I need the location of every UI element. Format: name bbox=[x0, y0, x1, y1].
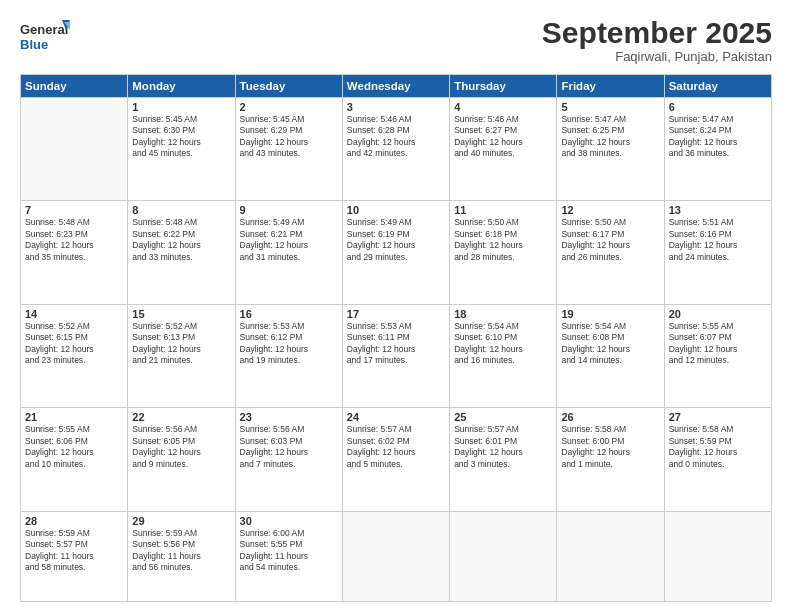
day-number: 15 bbox=[132, 308, 230, 320]
day-number: 11 bbox=[454, 204, 552, 216]
calendar-cell: 1Sunrise: 5:45 AMSunset: 6:30 PMDaylight… bbox=[128, 98, 235, 201]
day-number: 12 bbox=[561, 204, 659, 216]
cell-content: Sunrise: 5:56 AMSunset: 6:03 PMDaylight:… bbox=[240, 424, 338, 470]
header-thursday: Thursday bbox=[450, 75, 557, 98]
day-number: 18 bbox=[454, 308, 552, 320]
calendar-cell: 8Sunrise: 5:48 AMSunset: 6:22 PMDaylight… bbox=[128, 201, 235, 304]
header-tuesday: Tuesday bbox=[235, 75, 342, 98]
page: General Blue September 2025 Faqirwali, P… bbox=[0, 0, 792, 612]
cell-content: Sunrise: 5:53 AMSunset: 6:12 PMDaylight:… bbox=[240, 321, 338, 367]
calendar-cell: 2Sunrise: 5:45 AMSunset: 6:29 PMDaylight… bbox=[235, 98, 342, 201]
day-number: 17 bbox=[347, 308, 445, 320]
calendar-cell bbox=[664, 511, 771, 601]
header-wednesday: Wednesday bbox=[342, 75, 449, 98]
calendar-cell: 15Sunrise: 5:52 AMSunset: 6:13 PMDayligh… bbox=[128, 304, 235, 407]
cell-content: Sunrise: 5:59 AMSunset: 5:56 PMDaylight:… bbox=[132, 528, 230, 574]
calendar-cell: 30Sunrise: 6:00 AMSunset: 5:55 PMDayligh… bbox=[235, 511, 342, 601]
calendar-cell: 19Sunrise: 5:54 AMSunset: 6:08 PMDayligh… bbox=[557, 304, 664, 407]
day-number: 2 bbox=[240, 101, 338, 113]
week-row-1: 1Sunrise: 5:45 AMSunset: 6:30 PMDaylight… bbox=[21, 98, 772, 201]
cell-content: Sunrise: 5:51 AMSunset: 6:16 PMDaylight:… bbox=[669, 217, 767, 263]
day-number: 5 bbox=[561, 101, 659, 113]
header-sunday: Sunday bbox=[21, 75, 128, 98]
day-number: 4 bbox=[454, 101, 552, 113]
cell-content: Sunrise: 5:45 AMSunset: 6:30 PMDaylight:… bbox=[132, 114, 230, 160]
day-number: 7 bbox=[25, 204, 123, 216]
cell-content: Sunrise: 5:52 AMSunset: 6:15 PMDaylight:… bbox=[25, 321, 123, 367]
calendar-cell: 13Sunrise: 5:51 AMSunset: 6:16 PMDayligh… bbox=[664, 201, 771, 304]
calendar-cell: 18Sunrise: 5:54 AMSunset: 6:10 PMDayligh… bbox=[450, 304, 557, 407]
calendar-cell: 26Sunrise: 5:58 AMSunset: 6:00 PMDayligh… bbox=[557, 408, 664, 511]
day-number: 28 bbox=[25, 515, 123, 527]
day-number: 27 bbox=[669, 411, 767, 423]
cell-content: Sunrise: 5:58 AMSunset: 6:00 PMDaylight:… bbox=[561, 424, 659, 470]
calendar-table: Sunday Monday Tuesday Wednesday Thursday… bbox=[20, 74, 772, 602]
cell-content: Sunrise: 5:47 AMSunset: 6:24 PMDaylight:… bbox=[669, 114, 767, 160]
day-number: 6 bbox=[669, 101, 767, 113]
calendar-cell: 29Sunrise: 5:59 AMSunset: 5:56 PMDayligh… bbox=[128, 511, 235, 601]
calendar-cell bbox=[557, 511, 664, 601]
weekday-header-row: Sunday Monday Tuesday Wednesday Thursday… bbox=[21, 75, 772, 98]
header-monday: Monday bbox=[128, 75, 235, 98]
week-row-3: 14Sunrise: 5:52 AMSunset: 6:15 PMDayligh… bbox=[21, 304, 772, 407]
week-row-4: 21Sunrise: 5:55 AMSunset: 6:06 PMDayligh… bbox=[21, 408, 772, 511]
day-number: 26 bbox=[561, 411, 659, 423]
day-number: 13 bbox=[669, 204, 767, 216]
calendar-cell: 23Sunrise: 5:56 AMSunset: 6:03 PMDayligh… bbox=[235, 408, 342, 511]
cell-content: Sunrise: 5:54 AMSunset: 6:08 PMDaylight:… bbox=[561, 321, 659, 367]
cell-content: Sunrise: 5:54 AMSunset: 6:10 PMDaylight:… bbox=[454, 321, 552, 367]
cell-content: Sunrise: 5:50 AMSunset: 6:18 PMDaylight:… bbox=[454, 217, 552, 263]
calendar-cell: 11Sunrise: 5:50 AMSunset: 6:18 PMDayligh… bbox=[450, 201, 557, 304]
cell-content: Sunrise: 5:47 AMSunset: 6:25 PMDaylight:… bbox=[561, 114, 659, 160]
day-number: 16 bbox=[240, 308, 338, 320]
calendar-cell: 22Sunrise: 5:56 AMSunset: 6:05 PMDayligh… bbox=[128, 408, 235, 511]
day-number: 22 bbox=[132, 411, 230, 423]
calendar-cell: 16Sunrise: 5:53 AMSunset: 6:12 PMDayligh… bbox=[235, 304, 342, 407]
cell-content: Sunrise: 5:49 AMSunset: 6:21 PMDaylight:… bbox=[240, 217, 338, 263]
day-number: 21 bbox=[25, 411, 123, 423]
cell-content: Sunrise: 5:45 AMSunset: 6:29 PMDaylight:… bbox=[240, 114, 338, 160]
cell-content: Sunrise: 5:57 AMSunset: 6:02 PMDaylight:… bbox=[347, 424, 445, 470]
header: General Blue September 2025 Faqirwali, P… bbox=[20, 16, 772, 64]
cell-content: Sunrise: 5:57 AMSunset: 6:01 PMDaylight:… bbox=[454, 424, 552, 470]
calendar-cell bbox=[450, 511, 557, 601]
calendar-cell: 17Sunrise: 5:53 AMSunset: 6:11 PMDayligh… bbox=[342, 304, 449, 407]
calendar-cell bbox=[21, 98, 128, 201]
cell-content: Sunrise: 5:55 AMSunset: 6:06 PMDaylight:… bbox=[25, 424, 123, 470]
day-number: 25 bbox=[454, 411, 552, 423]
calendar-cell: 28Sunrise: 5:59 AMSunset: 5:57 PMDayligh… bbox=[21, 511, 128, 601]
logo: General Blue bbox=[20, 16, 70, 56]
month-title: September 2025 bbox=[542, 16, 772, 49]
cell-content: Sunrise: 5:46 AMSunset: 6:28 PMDaylight:… bbox=[347, 114, 445, 160]
cell-content: Sunrise: 6:00 AMSunset: 5:55 PMDaylight:… bbox=[240, 528, 338, 574]
cell-content: Sunrise: 5:53 AMSunset: 6:11 PMDaylight:… bbox=[347, 321, 445, 367]
calendar-cell: 24Sunrise: 5:57 AMSunset: 6:02 PMDayligh… bbox=[342, 408, 449, 511]
day-number: 23 bbox=[240, 411, 338, 423]
logo-icon: General Blue bbox=[20, 16, 70, 56]
day-number: 1 bbox=[132, 101, 230, 113]
calendar-cell: 21Sunrise: 5:55 AMSunset: 6:06 PMDayligh… bbox=[21, 408, 128, 511]
calendar-cell: 25Sunrise: 5:57 AMSunset: 6:01 PMDayligh… bbox=[450, 408, 557, 511]
calendar-cell: 14Sunrise: 5:52 AMSunset: 6:15 PMDayligh… bbox=[21, 304, 128, 407]
calendar-cell: 10Sunrise: 5:49 AMSunset: 6:19 PMDayligh… bbox=[342, 201, 449, 304]
day-number: 24 bbox=[347, 411, 445, 423]
location: Faqirwali, Punjab, Pakistan bbox=[542, 49, 772, 64]
svg-text:General: General bbox=[20, 22, 68, 37]
cell-content: Sunrise: 5:58 AMSunset: 5:59 PMDaylight:… bbox=[669, 424, 767, 470]
header-saturday: Saturday bbox=[664, 75, 771, 98]
day-number: 3 bbox=[347, 101, 445, 113]
cell-content: Sunrise: 5:46 AMSunset: 6:27 PMDaylight:… bbox=[454, 114, 552, 160]
cell-content: Sunrise: 5:48 AMSunset: 6:23 PMDaylight:… bbox=[25, 217, 123, 263]
calendar-cell: 12Sunrise: 5:50 AMSunset: 6:17 PMDayligh… bbox=[557, 201, 664, 304]
cell-content: Sunrise: 5:59 AMSunset: 5:57 PMDaylight:… bbox=[25, 528, 123, 574]
calendar-cell: 20Sunrise: 5:55 AMSunset: 6:07 PMDayligh… bbox=[664, 304, 771, 407]
calendar-cell: 5Sunrise: 5:47 AMSunset: 6:25 PMDaylight… bbox=[557, 98, 664, 201]
day-number: 10 bbox=[347, 204, 445, 216]
cell-content: Sunrise: 5:55 AMSunset: 6:07 PMDaylight:… bbox=[669, 321, 767, 367]
day-number: 29 bbox=[132, 515, 230, 527]
header-friday: Friday bbox=[557, 75, 664, 98]
day-number: 8 bbox=[132, 204, 230, 216]
svg-text:Blue: Blue bbox=[20, 37, 48, 52]
calendar-cell: 6Sunrise: 5:47 AMSunset: 6:24 PMDaylight… bbox=[664, 98, 771, 201]
calendar-cell: 4Sunrise: 5:46 AMSunset: 6:27 PMDaylight… bbox=[450, 98, 557, 201]
